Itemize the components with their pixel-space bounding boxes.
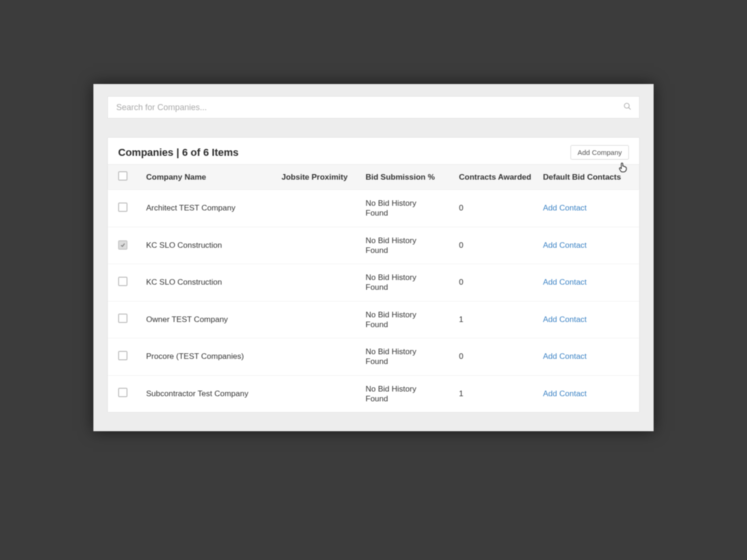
bid-submission-cell: No Bid History Found [366,384,436,404]
col-bid-submission[interactable]: Bid Submission % [366,173,459,182]
row-checkbox[interactable] [118,240,127,250]
table-row: Subcontractor Test CompanyNo Bid History… [108,375,639,413]
row-checkbox[interactable] [118,314,127,323]
table-row: Procore (TEST Companies)No Bid History F… [108,338,639,375]
contracts-awarded-cell: 0 [459,278,543,287]
bid-submission-cell: No Bid History Found [366,236,436,256]
search-bar[interactable] [107,96,640,119]
contracts-awarded-cell: 1 [459,315,543,324]
add-contact-link[interactable]: Add Contact [543,389,587,398]
company-name-cell[interactable]: Procore (TEST Companies) [146,352,282,361]
svg-point-0 [624,103,629,108]
add-company-button[interactable]: Add Company [571,145,629,160]
search-icon [623,102,632,113]
app-panel: Companies | 6 of 6 Items Add Company [93,84,654,431]
company-name-cell[interactable]: Architect TEST Company [146,203,282,213]
contracts-awarded-cell: 0 [459,241,543,250]
table-row: Owner TEST CompanyNo Bid History Found1A… [108,301,639,338]
add-contact-link[interactable]: Add Contact [543,241,587,250]
col-contracts-awarded[interactable]: Contracts Awarded [459,173,543,182]
select-all-checkbox[interactable] [118,171,127,181]
row-checkbox[interactable] [118,351,127,360]
table-row: KC SLO ConstructionNo Bid History Found0… [108,264,639,301]
add-contact-link[interactable]: Add Contact [543,315,587,324]
bid-submission-cell: No Bid History Found [366,347,436,367]
col-default-bid-contacts[interactable]: Default Bid Contacts [543,173,629,182]
companies-table: Company Name Jobsite Proximity Bid Submi… [108,164,639,412]
table-row: Architect TEST CompanyNo Bid History Fou… [108,189,639,227]
row-checkbox[interactable] [118,203,127,212]
bid-submission-cell: No Bid History Found [366,310,436,330]
company-name-cell[interactable]: Owner TEST Company [146,315,282,324]
col-company-name[interactable]: Company Name [146,173,282,182]
contracts-awarded-cell: 1 [459,389,543,399]
company-name-cell[interactable]: KC SLO Construction [146,278,282,287]
add-contact-link[interactable]: Add Contact [543,352,587,361]
row-checkbox[interactable] [118,277,127,286]
col-jobsite-proximity[interactable]: Jobsite Proximity [282,173,366,182]
company-name-cell[interactable]: KC SLO Construction [146,241,282,250]
contracts-awarded-cell: 0 [459,203,543,213]
table-row: KC SLO ConstructionNo Bid History Found0… [108,227,639,264]
search-input[interactable] [115,102,623,113]
company-name-cell[interactable]: Subcontractor Test Company [146,389,282,399]
add-contact-link[interactable]: Add Contact [543,203,587,212]
bid-submission-cell: No Bid History Found [366,273,436,293]
add-contact-link[interactable]: Add Contact [543,278,587,287]
svg-line-1 [629,107,631,109]
contracts-awarded-cell: 0 [459,352,543,361]
card-title: Companies | 6 of 6 Items [118,147,239,159]
companies-card: Companies | 6 of 6 Items Add Company [107,137,640,413]
bid-submission-cell: No Bid History Found [366,198,436,218]
row-checkbox[interactable] [118,388,127,397]
table-header-row: Company Name Jobsite Proximity Bid Submi… [108,164,639,189]
